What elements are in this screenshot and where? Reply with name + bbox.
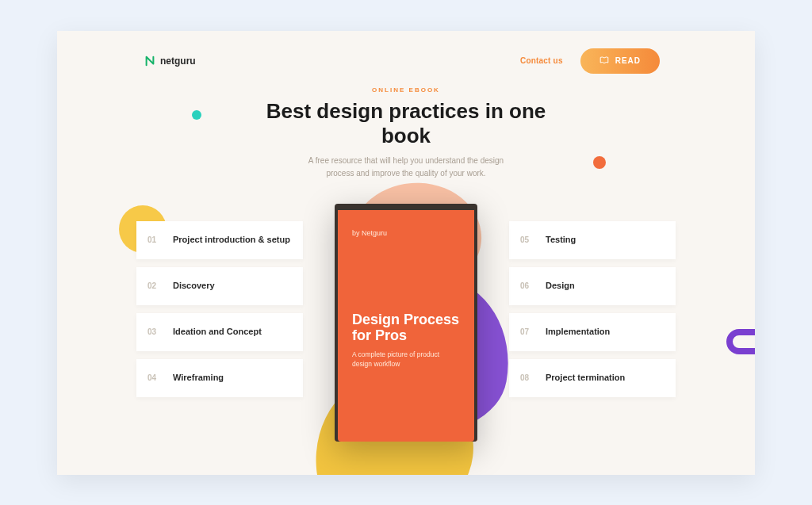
chapter-label: Design (546, 280, 575, 291)
page-title: Best design practices in one book (57, 99, 755, 148)
title-line-1: Best design practices in one (266, 99, 546, 123)
book-subtitle: A complete picture of product design wor… (352, 350, 454, 370)
logo-text: netguru (160, 55, 196, 67)
chapter-card[interactable]: 08 Project termination (509, 359, 676, 397)
chapter-number: 01 (147, 235, 162, 244)
chapter-card[interactable]: 04 Wireframing (136, 359, 303, 397)
chapter-number: 08 (520, 373, 534, 382)
chapter-label: Discovery (173, 280, 215, 291)
header-actions: Contact us READ (520, 48, 660, 74)
dot-teal-icon (192, 110, 201, 120)
logo-icon (144, 55, 155, 67)
chapter-list-right: 05 Testing 06 Design 07 Implementation 0… (509, 221, 676, 397)
chapter-label: Ideation and Concept (173, 326, 262, 337)
book-byline: by Netguru (352, 229, 387, 237)
blob-purple-icon (720, 324, 755, 359)
chapter-card[interactable]: 05 Testing (509, 221, 676, 259)
book-title: Design Process for Pros (352, 312, 462, 344)
chapter-card[interactable]: 03 Ideation and Concept (136, 313, 303, 351)
book-illustration: by Netguru Design Process for Pros A com… (315, 204, 497, 475)
chapter-label: Project introduction & setup (173, 234, 290, 245)
chapter-card[interactable]: 07 Implementation (509, 313, 676, 351)
chapter-number: 07 (520, 327, 534, 336)
chapter-number: 06 (520, 281, 534, 290)
dot-orange-icon (593, 156, 606, 169)
book-cover: by Netguru Design Process for Pros A com… (335, 204, 477, 442)
subtitle: A free resource that will help you under… (57, 155, 755, 180)
logo[interactable]: netguru (144, 55, 196, 67)
chapter-card[interactable]: 02 Discovery (136, 267, 303, 305)
read-button-label: READ (615, 56, 641, 65)
chapter-label: Wireframing (173, 372, 224, 383)
read-button[interactable]: READ (580, 48, 660, 74)
header: netguru Contact us READ (57, 48, 755, 74)
book-open-icon (599, 56, 609, 66)
chapter-label: Implementation (546, 326, 610, 337)
chapter-list-left: 01 Project introduction & setup 02 Disco… (136, 221, 303, 397)
chapter-number: 02 (147, 281, 162, 290)
eyebrow: ONLINE EBOOK (57, 86, 755, 94)
contact-link[interactable]: Contact us (520, 56, 563, 65)
chapter-card[interactable]: 01 Project introduction & setup (136, 221, 303, 259)
title-line-2: book (381, 124, 431, 147)
chapter-number: 03 (147, 327, 162, 336)
landing-frame: netguru Contact us READ ONLINE EBOOK Bes… (57, 31, 755, 475)
chapter-label: Testing (546, 234, 576, 245)
chapter-label: Project termination (546, 372, 625, 383)
chapter-number: 05 (520, 235, 534, 244)
chapter-number: 04 (147, 373, 162, 382)
chapter-card[interactable]: 06 Design (509, 267, 676, 305)
